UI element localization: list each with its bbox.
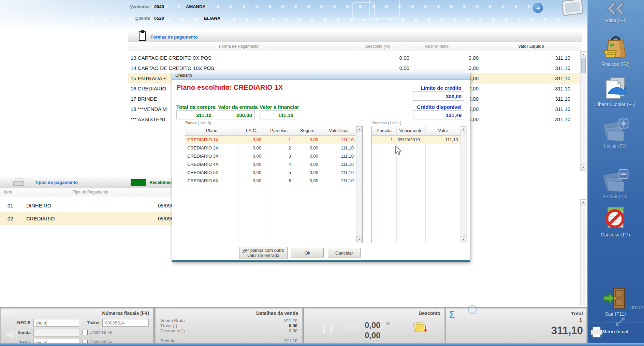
- plan-tac: 0,00: [238, 170, 261, 175]
- installments-table-header: Parcela Vencimento Valor: [372, 126, 461, 135]
- payment-row-liquido: 311,10: [519, 96, 570, 102]
- plan-seguro: 0,00: [294, 178, 318, 183]
- plans-scrollbar[interactable]: ▲ ▼: [356, 126, 362, 242]
- next-arrow-icon[interactable]: ➜: [533, 3, 543, 13]
- purchase-total-value: 311,10: [176, 110, 214, 119]
- scroll-up-icon[interactable]: ▲: [581, 52, 586, 57]
- type-row-item: 02: [8, 216, 13, 221]
- venda-field[interactable]: [33, 329, 79, 336]
- plan-parcelas: 6: [264, 178, 291, 183]
- plan-row[interactable]: CREDIARIO 2X 0,00 2 0,00 111,10: [185, 144, 356, 152]
- copy-pages-icon: [602, 74, 629, 100]
- credit-limit-label: Limite de crédito: [379, 85, 462, 91]
- installment-value: 111,10: [425, 137, 458, 142]
- plan-parcelas: 2: [264, 145, 291, 150]
- col-parcela: Parcela: [372, 128, 396, 133]
- scroll-down-icon[interactable]: ▼: [461, 236, 466, 242]
- payment-scrollbar[interactable]: ▲ ▼: [580, 51, 586, 171]
- col-valor-final: Valor final: [321, 128, 356, 133]
- scrollbar-thumb[interactable]: [581, 58, 586, 73]
- fiscal-printer-icon: [589, 325, 604, 338]
- sidebar-finalizar-button[interactable]: Finalizar (F2): [587, 33, 644, 67]
- plan-seguro: 0,00: [294, 145, 318, 150]
- finance-amount-value: 111,10: [260, 110, 296, 119]
- total-panel-title: Total: [571, 311, 583, 316]
- payment-row-name: 13 CARTAO DE CREDITO 9X POS: [131, 55, 211, 61]
- rotate30-watermark-icon: ↻30: [344, 324, 359, 333]
- ok-button[interactable]: Ok: [291, 248, 324, 258]
- square-decoration: [369, 0, 400, 19]
- sale-details-panel: Detalhes da venda Venda Bruta 311,10 Tro…: [155, 308, 303, 346]
- plan-chosen-value: CREDIARIO 1X: [234, 84, 283, 91]
- sidebar-voltar-button[interactable]: Voltar (F3): [587, 1, 644, 23]
- emitir-nfe-label: Emitir NF-e: [89, 330, 112, 335]
- plan-row[interactable]: CREDIARIO 5X 0,00 5 0,00 111,10: [185, 169, 356, 177]
- payment-row-name: 15 ENTRADA +: [131, 75, 166, 81]
- payment-row-name: 14 CARTAO DE CREDITO 10X POS: [131, 65, 214, 71]
- plan-final: 111,10: [321, 170, 354, 175]
- col-seguro: Seguro: [294, 128, 321, 133]
- scroll-up-icon[interactable]: ▲: [581, 199, 586, 205]
- cancel-button[interactable]: Cancelar: [328, 248, 361, 258]
- payment-row-minimo: 0,00: [427, 65, 479, 71]
- cliente-name: ELIANA: [204, 16, 220, 21]
- plan-chosen-label: Plano escolhido:: [176, 84, 232, 91]
- clipboard-icon: [138, 30, 147, 42]
- emitir-nfe-checkbox[interactable]: [83, 330, 88, 335]
- discount-percent-value: 0,00: [365, 320, 381, 330]
- plan-row[interactable]: CREDIARIO 6X 0,00 6 0,00 111,10: [185, 177, 356, 185]
- dialog-titlebar[interactable]: Crediário: [172, 71, 470, 80]
- circle-decoration: [468, 305, 477, 314]
- sidebar-liberar-copiar-button[interactable]: Liberar/Copiar (F6): [587, 74, 644, 107]
- sidebar-cancelar-button[interactable]: Cancelar (F7): [587, 203, 644, 237]
- plan-tac: 0,00: [238, 162, 261, 167]
- main-scrollbar[interactable]: ▲: [580, 199, 586, 306]
- scroll-up-icon[interactable]: ▲: [461, 126, 466, 132]
- payment-row-name: 18 ***VENDA M: [131, 106, 167, 112]
- plan-parcelas: 5: [264, 170, 291, 175]
- dialog-title: Crediário: [175, 73, 192, 78]
- plan-seguro: 0,00: [294, 170, 318, 175]
- type-row-name: DINHEIRO: [26, 203, 51, 208]
- plan-row-selected[interactable]: CREDIARIO 1X 0,00 1 0,00 111,10: [185, 136, 356, 144]
- discount-notes-icon[interactable]: [412, 320, 429, 337]
- add-cards-icon: [602, 117, 629, 142]
- scroll-down-icon[interactable]: ▼: [581, 164, 586, 170]
- installments-table: Parcela Vencimento Valor 1 05/10/2019 11…: [371, 126, 467, 243]
- col-valor-liquido: Valor Líquido: [506, 44, 557, 49]
- payment-section-title: Formas de pagamento: [150, 34, 198, 40]
- sidebar-label: Voltar (F3): [587, 18, 644, 23]
- installment-row[interactable]: 1 05/10/2019 111,10: [372, 136, 461, 144]
- plan-tac: 0,00: [238, 137, 261, 142]
- discount-panel-title: Desconto: [419, 311, 440, 316]
- payment-row-name: 16 CREDIARIO: [131, 86, 166, 91]
- installment-number: 1: [372, 137, 393, 142]
- sidebar-incluir-button[interactable]: Incluir (F9): [587, 117, 644, 149]
- sidebar-excluir-button[interactable]: Excluir (F8): [587, 168, 644, 199]
- plan-row[interactable]: CREDIARIO 3X 0,00 3 0,00 111,10: [185, 152, 356, 160]
- sidebar-sair-button[interactable]: Sair (F11): [587, 287, 644, 317]
- sidebar-label: Liberar/Copiar (F6): [587, 102, 644, 107]
- venda-bruta-value: 311,10: [284, 318, 297, 323]
- ticket-field[interactable]: 00005514: [102, 319, 149, 327]
- cash-drawer-icon: [13, 178, 25, 187]
- sigma-icon: Σ: [449, 309, 455, 320]
- pause-watermark-icon: ❙❙: [320, 323, 335, 334]
- fiscal-panel-title: Números fiscais (F4): [102, 311, 149, 316]
- type-row-name: CREDIARIO: [26, 216, 55, 221]
- sidebar-label: Cancelar (F7): [587, 232, 644, 237]
- scroll-down-icon[interactable]: ▼: [356, 236, 362, 242]
- plan-final: 111,10: [321, 137, 354, 142]
- installments-scrollbar[interactable]: ▲ ▼: [460, 126, 467, 242]
- col-tipo-pagamento: Tipo de Pagamento: [44, 190, 136, 194]
- payment-row[interactable]: 13 CARTAO DE CREDITO 9X POS 0,00 0,00 31…: [128, 53, 582, 63]
- payment-row-desconto: 0,00: [358, 55, 409, 61]
- plan-row[interactable]: CREDIARIO 4X 0,00 4 0,00 111,10: [185, 160, 356, 169]
- plan-final: 111,10: [321, 178, 354, 183]
- sidebar-label: Finalizar (F2): [587, 61, 644, 67]
- scroll-up-icon[interactable]: ▲: [356, 126, 362, 132]
- view-other-plans-button[interactable]: Ver planos com outro valor de entrada: [239, 247, 288, 259]
- finance-amount-label: Valor a financiar: [260, 104, 299, 110]
- installment-due-date: 05/10/2019: [398, 137, 420, 142]
- venda-label: Venda: [9, 330, 31, 335]
